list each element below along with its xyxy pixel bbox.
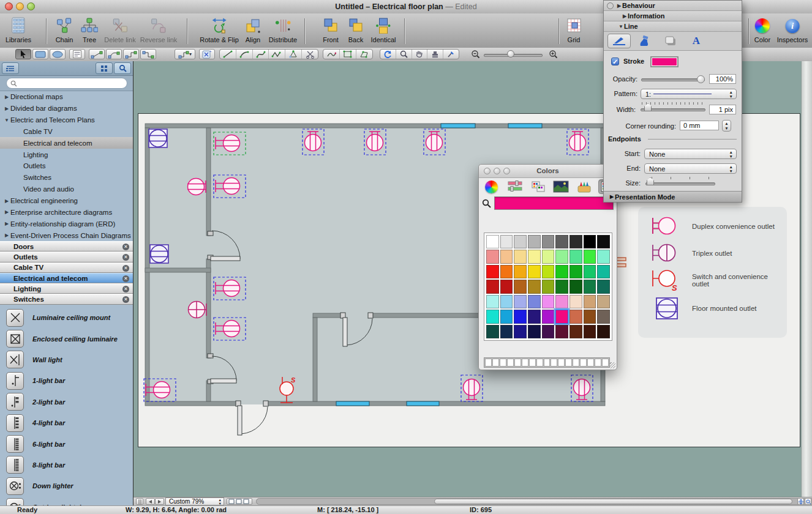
- color-swatch[interactable]: [597, 310, 610, 323]
- minimize-button[interactable]: [16, 2, 24, 10]
- zoom-level-dropdown[interactable]: Custom 79% ▲▼: [165, 497, 224, 505]
- custom-swatch-cell[interactable]: [602, 359, 609, 367]
- magnifier-icon[interactable]: [482, 199, 491, 208]
- 1-light-bar-icon[interactable]: [6, 372, 24, 390]
- section-cable-tv[interactable]: Cable TV×: [0, 263, 133, 273]
- close-button[interactable]: [484, 168, 491, 174]
- zoom-out-button[interactable]: [467, 49, 483, 59]
- text-tab[interactable]: A: [685, 34, 708, 48]
- toolbar-item-color[interactable]: Color: [754, 15, 770, 43]
- zoom-in-button[interactable]: [545, 49, 561, 59]
- color-swatch[interactable]: [570, 235, 582, 248]
- connector-smart-tool-button[interactable]: [123, 49, 139, 59]
- custom-swatch-cell[interactable]: [551, 359, 557, 367]
- symbol-outdoor-lightning[interactable]: s Outdoor lightning: [0, 497, 133, 505]
- color-swatch[interactable]: [542, 310, 555, 323]
- color-swatch[interactable]: [486, 280, 499, 293]
- 4-light-bar-icon[interactable]: [6, 414, 24, 432]
- connector-direct-tool-button[interactable]: [89, 49, 105, 59]
- color-swatch[interactable]: [528, 295, 541, 308]
- edit-boundary-tool-button[interactable]: [356, 50, 372, 59]
- tree-item-lighting[interactable]: Lighting: [0, 149, 133, 160]
- 8-light-bar-icon[interactable]: [6, 456, 24, 474]
- start-endpoint-dropdown[interactable]: None▲▼: [644, 149, 737, 159]
- zoom-button[interactable]: [503, 168, 510, 174]
- color-swatch[interactable]: [555, 250, 568, 263]
- custom-swatch-cell[interactable]: [595, 359, 601, 367]
- color-swatch[interactable]: [500, 250, 513, 263]
- disclosure-icon[interactable]: ▶: [616, 3, 622, 9]
- section-electrical-and-telecom[interactable]: Electrical and telecom×: [0, 273, 133, 283]
- color-swatch[interactable]: [514, 235, 527, 248]
- disclosure-icon[interactable]: ▶: [3, 233, 10, 238]
- custom-swatch-cell[interactable]: [529, 359, 536, 367]
- symbol-8-light-bar[interactable]: 8-light bar: [0, 455, 133, 475]
- end-endpoint-dropdown[interactable]: None▲▼: [644, 163, 737, 174]
- color-swatch[interactable]: [584, 325, 596, 338]
- zoom-button[interactable]: [27, 2, 35, 10]
- tree-item-electric-telecom-plans[interactable]: ▼Electric and Telecom Plans: [0, 114, 133, 126]
- color-swatch[interactable]: [584, 250, 596, 263]
- close-button[interactable]: [5, 2, 13, 10]
- horizontal-scrollbar-thumb[interactable]: [434, 499, 792, 504]
- custom-swatch-cell[interactable]: [492, 359, 499, 367]
- color-swatch[interactable]: [500, 310, 513, 323]
- color-swatch[interactable]: [570, 280, 582, 293]
- floor-outlet-1[interactable]: [149, 129, 167, 147]
- close-section-icon[interactable]: ×: [122, 286, 129, 292]
- tree-item-outlets[interactable]: Outlets: [0, 160, 133, 172]
- color-swatch[interactable]: [570, 325, 582, 338]
- tree-item-electrical-and-telecom[interactable]: Electrical and telecom: [0, 137, 133, 149]
- zoom-slider-thumb[interactable]: [507, 50, 514, 58]
- shadow-tab[interactable]: [659, 34, 682, 48]
- color-swatch[interactable]: [542, 250, 555, 263]
- close-section-icon[interactable]: ×: [122, 275, 129, 282]
- pin-icon[interactable]: [607, 2, 614, 9]
- symbol-wall-light[interactable]: Wall light: [0, 349, 133, 370]
- refresh-tool-button[interactable]: [380, 50, 396, 59]
- search-view-button[interactable]: [114, 62, 131, 74]
- color-swatch[interactable]: [584, 265, 596, 278]
- reshape-tool-button[interactable]: [285, 50, 302, 59]
- symbol-luminaire-ceiling-mount[interactable]: Luminaire ceiling mount: [0, 307, 133, 328]
- color-swatch[interactable]: [500, 325, 513, 338]
- color-swatch[interactable]: [570, 265, 582, 278]
- outdoor-lightning-icon[interactable]: s: [6, 498, 24, 505]
- disclosure-icon[interactable]: ▶: [3, 221, 10, 226]
- opacity-value[interactable]: 100%: [709, 74, 736, 84]
- tree-item-enterprise-architecture[interactable]: ▶Enterprise architecture diagrams: [0, 206, 133, 218]
- color-swatch[interactable]: [542, 295, 555, 308]
- select-tool-button[interactable]: [15, 49, 31, 59]
- color-swatch[interactable]: [500, 295, 513, 308]
- minimize-button[interactable]: [494, 168, 500, 174]
- color-swatch[interactable]: [570, 310, 582, 323]
- toolbar-item-reverse-link[interactable]: Reverse link: [140, 15, 178, 43]
- eyedropper-tool-button[interactable]: [443, 50, 459, 59]
- toolbar-item-identical[interactable]: Identical: [371, 15, 396, 43]
- color-swatch[interactable]: [542, 280, 555, 293]
- line-tool-button[interactable]: [220, 50, 236, 59]
- color-swatch[interactable]: [584, 235, 596, 248]
- 6-light-bar-icon[interactable]: [6, 435, 24, 453]
- color-swatch[interactable]: [597, 265, 610, 278]
- page-layout-buttons[interactable]: [227, 498, 252, 505]
- pan-mode-button[interactable]: [797, 498, 804, 505]
- tree-item-erd[interactable]: ▶Entity-relationship diagram (ERD): [0, 218, 133, 229]
- tree-view-button[interactable]: [2, 62, 19, 74]
- delete-connector-button[interactable]: [199, 49, 215, 59]
- page-next-button[interactable]: [155, 498, 164, 505]
- custom-swatch-cell[interactable]: [573, 359, 579, 367]
- grid-view-button[interactable]: [96, 62, 113, 74]
- color-wheel-tab[interactable]: [483, 179, 501, 194]
- section-switches[interactable]: Switches×: [0, 294, 133, 304]
- section-outlets[interactable]: Outlets×: [0, 251, 133, 262]
- inspector-section-behaviour[interactable]: ▶ Behaviour: [604, 1, 742, 11]
- custom-swatches-strip[interactable]: [484, 357, 610, 368]
- custom-swatch-cell[interactable]: [558, 359, 565, 367]
- polyline-tool-button[interactable]: [269, 50, 285, 59]
- symbol-1-light-bar[interactable]: 1-light bar: [0, 370, 133, 391]
- horizontal-scrollbar[interactable]: [256, 498, 812, 505]
- color-swatch[interactable]: [528, 310, 541, 323]
- color-swatch[interactable]: [542, 325, 555, 338]
- 2-light-bar-icon[interactable]: [6, 393, 24, 411]
